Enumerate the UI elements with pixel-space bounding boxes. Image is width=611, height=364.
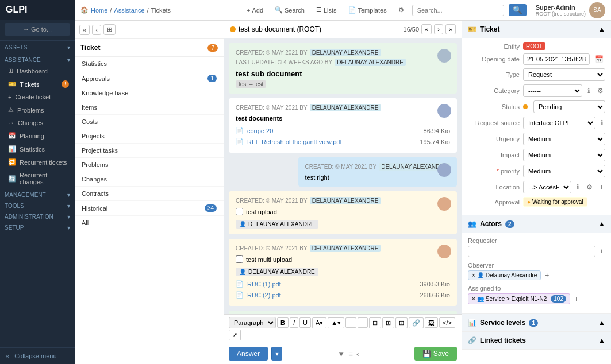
answer-button[interactable]: Answer: [229, 347, 268, 361]
location-gear-button[interactable]: ⚙: [585, 183, 594, 192]
sidebar-item-statistics[interactable]: 📊 Statistics: [0, 142, 75, 156]
sidebar-section-assets[interactable]: Assets ▾: [0, 41, 75, 52]
impact-label: Impact: [468, 152, 520, 158]
answer-dropdown-button[interactable]: ▾: [271, 347, 282, 361]
assigned-add-button[interactable]: +: [572, 295, 580, 304]
highlight-button[interactable]: ▲▾: [328, 317, 344, 328]
type-select[interactable]: Request Incident: [523, 68, 605, 81]
category-select[interactable]: ------: [523, 84, 582, 97]
calendar-icon-button[interactable]: 📅: [593, 55, 605, 64]
sidebar-section-setup[interactable]: Setup ▾: [0, 221, 75, 232]
priority-select[interactable]: Medium: [523, 165, 605, 177]
requester-input[interactable]: [468, 246, 595, 257]
location-extra-button[interactable]: +: [598, 183, 605, 192]
double-left-button[interactable]: «: [79, 25, 90, 35]
nav-problems[interactable]: Problems: [75, 158, 224, 172]
sidebar-section-management[interactable]: Management ▾: [0, 188, 75, 199]
list-view-button[interactable]: ≡: [348, 350, 353, 358]
prev-button[interactable]: ›: [434, 24, 443, 34]
assigned-remove-icon[interactable]: ×: [472, 296, 475, 302]
sidebar-section-administration[interactable]: Administration ▾: [0, 210, 75, 221]
sidebar-item-problems[interactable]: ⚠ Problems: [0, 103, 75, 117]
nav-left-button[interactable]: ‹: [356, 350, 359, 358]
templates-button[interactable]: 📄 Templates: [345, 5, 390, 16]
status-select[interactable]: Pending New Processing Solved Closed: [533, 100, 605, 113]
grid-button[interactable]: ⊞: [103, 24, 116, 35]
approval-value: Waiting for approval: [532, 199, 583, 205]
ol-button[interactable]: ≡: [358, 317, 368, 328]
file-name-1[interactable]: coupe 20: [247, 127, 273, 134]
nav-historical[interactable]: Historical 34: [75, 201, 224, 216]
ul-button[interactable]: ≡: [345, 317, 356, 328]
breadcrumb-home[interactable]: Home: [91, 7, 107, 14]
sidebar-item-tickets[interactable]: 🎫 Tickets !: [0, 78, 75, 91]
msg4-checkbox[interactable]: [236, 208, 243, 215]
sidebar-item-create-ticket[interactable]: + Create ticket: [0, 91, 75, 103]
service-levels-header[interactable]: 📊 Service levels 1 ▲: [462, 314, 611, 331]
request-source-info-button[interactable]: ℹ: [599, 118, 605, 127]
sidebar-item-planning[interactable]: 📅 Planning: [0, 129, 75, 142]
nav-items[interactable]: Items: [75, 100, 224, 115]
sidebar-section-tools[interactable]: Tools ▾: [0, 199, 75, 210]
actors-section-header[interactable]: 👥 Actors 2 ▲: [462, 215, 611, 233]
nav-project-tasks[interactable]: Project tasks: [75, 144, 224, 158]
urgency-select[interactable]: Medium: [523, 133, 605, 145]
filter-button[interactable]: ▼: [337, 350, 345, 358]
breadcrumb-assistance[interactable]: Assistance: [114, 7, 144, 14]
code-button[interactable]: </>: [439, 317, 455, 328]
sidebar-item-changes[interactable]: ↔ Changes: [0, 117, 75, 129]
goto-button[interactable]: → Go to...: [5, 23, 70, 36]
paragraph-select[interactable]: Paragraph: [229, 317, 276, 328]
file-name-4[interactable]: RDC (2).pdf: [247, 292, 281, 299]
requester-add-button[interactable]: +: [598, 247, 605, 256]
request-source-select[interactable]: Interface GLPI: [523, 117, 595, 129]
link-button[interactable]: 🔗: [409, 317, 424, 328]
msg5-checkbox[interactable]: [236, 255, 243, 263]
lists-button[interactable]: ☰ Lists: [313, 5, 340, 16]
next-button[interactable]: »: [445, 24, 456, 34]
search-submit-button[interactable]: 🔍: [509, 4, 527, 16]
save-button[interactable]: 💾 Save: [414, 347, 457, 361]
nav-knowledge-base[interactable]: Knowledge base: [75, 86, 224, 100]
file-name-2[interactable]: RFE Refresh of the gantt view.pdf: [247, 138, 341, 145]
fullscreen-button[interactable]: ⤢: [229, 330, 241, 340]
image-button[interactable]: 🖼: [425, 317, 438, 328]
search-button[interactable]: 🔍 Search: [271, 5, 308, 16]
impact-select[interactable]: Medium: [523, 149, 605, 161]
tickets-badge: !: [62, 80, 69, 88]
italic-button[interactable]: I: [290, 317, 298, 328]
category-gear-button[interactable]: ⚙: [595, 86, 605, 95]
nav-approvals[interactable]: Approvals 1: [75, 71, 224, 86]
outdent-button[interactable]: ⊟: [369, 317, 381, 328]
category-info-button[interactable]: ℹ: [586, 86, 592, 95]
prev-prev-button[interactable]: «: [421, 24, 432, 34]
nav-costs[interactable]: Costs: [75, 115, 224, 129]
extra-button[interactable]: ⚙: [395, 5, 408, 16]
bold-button[interactable]: B: [277, 317, 289, 328]
font-color-button[interactable]: A▾: [312, 317, 326, 328]
collapse-menu-button[interactable]: Collapse menu: [0, 347, 75, 364]
linked-tickets-header[interactable]: 🔗 Linked tickets ▲: [462, 332, 611, 349]
location-select[interactable]: ...> AccèsPortePrincipale >: [523, 181, 571, 193]
sidebar-section-assistance[interactable]: Assistance ▾: [0, 53, 75, 64]
sidebar-item-dashboard[interactable]: ⊞ Dashboard: [0, 64, 75, 78]
nav-changes[interactable]: Changes: [75, 172, 224, 187]
file-name-3[interactable]: RDC (1).pdf: [247, 281, 281, 288]
underline-button[interactable]: U: [299, 317, 311, 328]
search-input[interactable]: [412, 5, 504, 16]
add-icon: +: [247, 7, 250, 14]
add-button[interactable]: + Add: [243, 5, 267, 16]
nav-projects[interactable]: Projects: [75, 129, 224, 144]
ticket-section-header[interactable]: 🎫 Ticket ▲: [462, 21, 611, 38]
sidebar-item-recurrent-tickets[interactable]: 🔁 Recurrent tickets: [0, 156, 75, 169]
table-button[interactable]: ⊡: [395, 317, 408, 328]
observer-add-button[interactable]: +: [543, 271, 551, 280]
sidebar-item-recurrent-changes[interactable]: 🔄 Recurrent changes: [0, 169, 75, 188]
nav-contracts[interactable]: Contracts: [75, 187, 224, 201]
opening-date-input[interactable]: [523, 53, 590, 65]
nav-all[interactable]: All: [75, 216, 224, 230]
nav-statistics[interactable]: Statistics: [75, 57, 224, 71]
left-button[interactable]: ‹: [92, 25, 101, 35]
indent-button[interactable]: ⊞: [382, 317, 394, 328]
location-info-button[interactable]: ℹ: [575, 183, 581, 192]
